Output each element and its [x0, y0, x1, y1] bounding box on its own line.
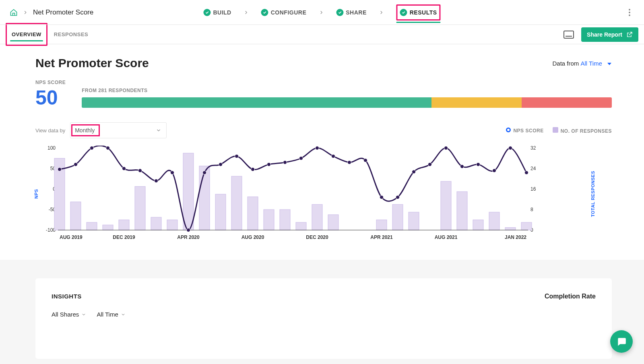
legend-nps: NPS SCORE	[506, 128, 543, 134]
square-icon	[553, 127, 558, 133]
legend-responses: NO. OF RESPONSES	[553, 127, 612, 134]
nps-chart: NPS -100-5005010008162432AUG 2019DEC 201…	[35, 146, 612, 242]
viewby-value: Monthly	[75, 127, 95, 134]
svg-rect-29	[392, 204, 403, 230]
svg-rect-28	[376, 220, 387, 230]
step-build[interactable]: BUILD	[203, 2, 231, 23]
svg-rect-11	[70, 202, 81, 230]
chevron-right-icon	[23, 10, 28, 15]
score-row: NPS SCORE 50 FROM 281 RESPONDENTS	[35, 80, 612, 108]
caret-down-icon	[607, 62, 612, 66]
svg-rect-33	[473, 220, 483, 230]
svg-rect-32	[457, 191, 467, 230]
data-from-value: All Time	[580, 60, 602, 67]
page-title: Net Promoter Score	[35, 56, 149, 70]
y-axis-left-label: NPS	[34, 189, 39, 199]
svg-rect-17	[167, 220, 178, 230]
chevron-right-icon	[244, 10, 249, 15]
chevron-right-icon	[318, 10, 324, 15]
export-icon	[626, 31, 633, 38]
chart-canvas: -100-5005010008162432AUG 2019DEC 2019APR…	[35, 146, 547, 242]
svg-point-56	[348, 160, 351, 164]
step-results-highlight: RESULTS	[396, 4, 441, 21]
svg-point-59	[396, 195, 400, 199]
more-menu-icon[interactable]	[626, 6, 633, 19]
step-label: BUILD	[213, 9, 231, 16]
step-share[interactable]: SHARE	[336, 2, 367, 23]
data-from-filter[interactable]: Data from All Time	[552, 60, 612, 67]
svg-rect-21	[231, 176, 242, 230]
svg-text:32: 32	[530, 146, 536, 151]
svg-point-38	[58, 168, 62, 171]
chart-legend: NPS SCORE NO. OF RESPONSES	[506, 127, 612, 134]
svg-point-50	[251, 168, 255, 171]
svg-point-41	[106, 146, 110, 150]
filter-shares[interactable]: All Shares	[52, 311, 86, 318]
svg-text:APR 2020: APR 2020	[177, 234, 200, 240]
svg-rect-15	[135, 187, 145, 230]
svg-point-67	[525, 171, 528, 175]
svg-rect-24	[280, 210, 290, 230]
svg-text:AUG 2021: AUG 2021	[435, 234, 458, 240]
insight-filters: All Shares All Time	[52, 311, 126, 318]
respondents-label: FROM 281 RESPONDENTS	[82, 88, 612, 93]
step-nav: BUILD CONFIGURE SHARE RESULTS	[203, 2, 440, 23]
main: Net Promoter Score Data from All Time NP…	[0, 44, 644, 242]
svg-rect-34	[489, 212, 500, 230]
score-label: NPS SCORE	[35, 80, 66, 85]
subtab-overview-highlight: OVERVIEW	[6, 23, 47, 46]
svg-point-39	[74, 162, 78, 166]
viewby-value-highlight: Monthly	[71, 124, 100, 136]
svg-rect-20	[215, 194, 226, 230]
svg-point-62	[444, 146, 448, 150]
svg-rect-19	[199, 166, 210, 230]
step-label: RESULTS	[410, 9, 437, 16]
subtab-list: OVERVIEW RESPONSES	[6, 25, 91, 44]
viewby-select[interactable]: Monthly	[70, 122, 167, 138]
svg-text:AUG 2020: AUG 2020	[242, 234, 264, 240]
insights-left: INSIGHTS All Shares All Time	[52, 293, 126, 318]
title-row: Net Promoter Score Data from All Time	[35, 56, 612, 70]
svg-text:24: 24	[530, 166, 536, 171]
svg-point-52	[283, 160, 287, 164]
svg-point-63	[460, 165, 464, 168]
home-icon[interactable]	[10, 8, 18, 16]
step-label: CONFIGURE	[271, 9, 307, 16]
check-icon	[261, 9, 268, 16]
chat-fab[interactable]	[610, 330, 633, 353]
svg-point-44	[155, 179, 158, 183]
svg-point-47	[203, 171, 206, 175]
subbar: OVERVIEW RESPONSES Share Report	[0, 25, 644, 44]
share-report-button[interactable]: Share Report	[581, 27, 638, 42]
step-configure[interactable]: CONFIGURE	[261, 2, 307, 23]
filter-time[interactable]: All Time	[97, 311, 125, 318]
svg-point-64	[477, 162, 480, 166]
svg-point-65	[493, 169, 496, 173]
svg-point-54	[316, 146, 319, 150]
svg-point-58	[380, 195, 384, 199]
breadcrumb-title: Net Promoter Score	[33, 8, 93, 16]
circle-icon	[506, 128, 511, 132]
chevron-down-icon	[81, 312, 86, 317]
svg-text:DEC 2019: DEC 2019	[113, 234, 135, 240]
svg-text:JAN 2022: JAN 2022	[505, 234, 526, 240]
respondents-block: FROM 281 RESPONDENTS	[82, 88, 612, 108]
svg-rect-31	[441, 181, 451, 230]
svg-rect-12	[87, 222, 97, 230]
presentation-mode-icon[interactable]	[564, 31, 574, 39]
check-icon	[203, 9, 211, 16]
insights-heading: INSIGHTS	[52, 293, 126, 300]
segment	[431, 97, 522, 108]
subtab-overview[interactable]: OVERVIEW	[9, 27, 44, 42]
svg-point-40	[90, 146, 94, 150]
svg-point-61	[428, 162, 432, 166]
score-block: NPS SCORE 50	[35, 80, 66, 108]
subtab-responses[interactable]: RESPONSES	[52, 27, 91, 42]
chevron-right-icon	[379, 10, 384, 15]
share-report-label: Share Report	[587, 31, 622, 38]
svg-point-46	[187, 228, 190, 232]
svg-rect-23	[264, 210, 274, 230]
step-results[interactable]: RESULTS	[400, 6, 437, 19]
svg-point-57	[364, 158, 367, 162]
svg-point-53	[299, 156, 303, 160]
